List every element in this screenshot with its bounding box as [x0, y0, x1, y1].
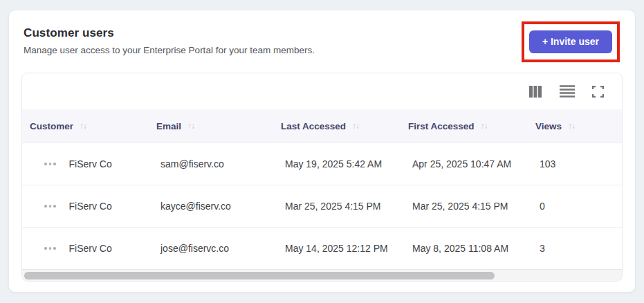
fullscreen-button[interactable]: [591, 84, 605, 99]
email-value: sam@fiserv.co: [149, 158, 273, 169]
column-header-label: First Accessed: [408, 121, 475, 131]
horizontal-scrollbar[interactable]: [22, 269, 622, 281]
page-title: Customer users: [24, 20, 315, 40]
last-accessed-value: Mar 25, 2025 4:15 PM: [273, 201, 401, 212]
customer-cell: FiServ Co: [22, 201, 149, 212]
fullscreen-icon: [592, 86, 604, 98]
column-header-customer[interactable]: Customer ↑↓: [22, 121, 149, 131]
table-row: FiServ Co sam@fiserv.co May 19, 2025 5:4…: [22, 143, 622, 185]
customer-cell: FiServ Co: [22, 158, 149, 169]
columns-button[interactable]: [527, 84, 544, 99]
first-accessed-value: Apr 25, 2025 10:47 AM: [401, 158, 528, 169]
sort-icon: ↑↓: [352, 121, 359, 131]
first-accessed-value: Mar 25, 2025 4:15 PM: [401, 201, 528, 212]
customer-cell: FiServ Co: [22, 243, 149, 254]
card-header: Customer users Manage user access to you…: [24, 20, 622, 62]
table-row: FiServ Co jose@fiservc.co May 14, 2025 1…: [22, 227, 622, 269]
column-header-views[interactable]: Views ↑↓: [528, 121, 622, 131]
table-toolbar: [22, 73, 622, 109]
views-value: 3: [528, 243, 622, 254]
column-header-email[interactable]: Email ↑↓: [149, 121, 273, 131]
column-header-label: Customer: [30, 121, 73, 131]
column-header-label: Email: [156, 121, 181, 131]
column-header-first-accessed[interactable]: First Accessed ↑↓: [401, 121, 528, 131]
last-accessed-value: May 19, 2025 5:42 AM: [273, 158, 401, 169]
sort-icon: ↑↓: [187, 121, 194, 131]
ellipsis-icon: [44, 163, 47, 165]
users-table: Customer ↑↓ Email ↑↓ Last Accessed ↑↓ Fi…: [21, 73, 623, 282]
card-header-text: Customer users Manage user access to you…: [24, 20, 315, 55]
row-menu-button[interactable]: [44, 160, 56, 168]
customer-value: FiServ Co: [69, 243, 112, 254]
first-accessed-value: May 8, 2025 11:08 AM: [401, 243, 528, 254]
email-value: kayce@fiserv.co: [149, 201, 273, 212]
customer-value: FiServ Co: [69, 158, 112, 169]
sort-icon: ↑↓: [80, 121, 86, 131]
density-icon: [560, 85, 575, 98]
table-row: FiServ Co kayce@fiserv.co Mar 25, 2025 4…: [22, 185, 622, 227]
column-header-label: Last Accessed: [281, 121, 346, 131]
email-value: jose@fiservc.co: [149, 243, 273, 254]
row-menu-button[interactable]: [44, 244, 56, 252]
sort-icon: ↑↓: [568, 121, 575, 131]
last-accessed-value: May 14, 2025 12:12 PM: [273, 243, 401, 254]
column-header-last-accessed[interactable]: Last Accessed ↑↓: [273, 121, 401, 131]
density-button[interactable]: [558, 84, 576, 99]
ellipsis-icon: [44, 247, 47, 250]
table-header-row: Customer ↑↓ Email ↑↓ Last Accessed ↑↓ Fi…: [22, 109, 622, 143]
row-menu-button[interactable]: [44, 202, 56, 210]
column-header-label: Views: [535, 121, 562, 131]
ellipsis-icon: [44, 205, 47, 208]
invite-user-button[interactable]: + Invite user: [529, 30, 612, 53]
views-value: 103: [528, 158, 622, 169]
scrollbar-thumb[interactable]: [24, 272, 495, 279]
customer-users-card: Customer users Manage user access to you…: [8, 10, 636, 293]
annotation-highlight: + Invite user: [522, 21, 620, 62]
page-subtitle: Manage user access to your Enterprise Po…: [24, 45, 315, 55]
views-value: 0: [528, 201, 622, 212]
sort-icon: ↑↓: [481, 121, 488, 131]
customer-value: FiServ Co: [69, 201, 112, 212]
columns-icon: [528, 86, 542, 98]
